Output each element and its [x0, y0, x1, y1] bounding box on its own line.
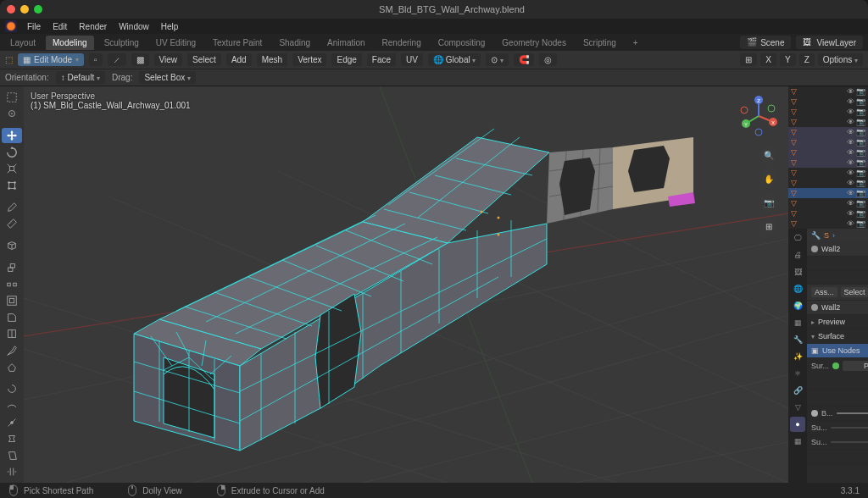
tool-rotate[interactable]: [2, 145, 22, 160]
menu-help[interactable]: Help: [156, 20, 184, 33]
subsurf-value[interactable]: [831, 427, 868, 429]
menu-add[interactable]: Add: [226, 53, 252, 66]
material-slot-empty[interactable]: −: [807, 257, 868, 271]
prop-tab-modifier[interactable]: 🔧: [790, 332, 805, 347]
tab-compositing[interactable]: Compositing: [431, 36, 492, 50]
tool-rip[interactable]: [2, 464, 22, 479]
maximize-window-button[interactable]: [34, 5, 42, 14]
select-button[interactable]: Select: [841, 287, 868, 297]
axis-y[interactable]: Y: [780, 53, 796, 66]
zoom-icon[interactable]: 🔍: [760, 146, 778, 164]
tab-add[interactable]: +: [626, 36, 645, 50]
tool-extrude[interactable]: [2, 260, 22, 275]
prop-tab-output[interactable]: 🖨: [790, 247, 805, 263]
select-edge-icon[interactable]: ⟋: [108, 53, 126, 66]
menu-edge[interactable]: Edge: [331, 53, 361, 66]
tool-scale[interactable]: [2, 162, 22, 177]
assign-button[interactable]: Ass...: [811, 287, 837, 297]
tool-inset[interactable]: [2, 294, 22, 309]
pan-icon[interactable]: ✋: [760, 169, 778, 188]
tab-sculpting[interactable]: Sculpting: [97, 36, 146, 50]
tab-geonodes[interactable]: Geometry Nodes: [495, 36, 573, 50]
tool-bevel[interactable]: [2, 310, 22, 325]
tool-polybuild[interactable]: [2, 360, 22, 375]
tool-measure[interactable]: [2, 217, 22, 232]
tool-spin[interactable]: [2, 382, 22, 397]
prop-tab-scene[interactable]: 🌐: [790, 281, 805, 296]
editor-type-icon[interactable]: ⬚: [5, 55, 13, 64]
orientation-global[interactable]: 🌐 Global ▾: [428, 53, 481, 66]
tool-add-cube[interactable]: [2, 239, 22, 254]
tab-uvediting[interactable]: UV Editing: [149, 36, 203, 50]
proportional-toggle[interactable]: ◎: [539, 53, 557, 66]
pivot-dropdown[interactable]: ⊙ ▾: [486, 53, 509, 66]
prop-tab-constraint[interactable]: 🔗: [790, 383, 805, 398]
surface-panel-header[interactable]: ▾Surface: [807, 329, 868, 344]
prop-tab-view[interactable]: 🖼: [790, 264, 805, 279]
tab-scripting[interactable]: Scripting: [576, 36, 623, 50]
options-dropdown[interactable]: Options ▾: [818, 53, 863, 66]
surface-shader-value[interactable]: Pr...: [843, 361, 868, 371]
tab-modeling[interactable]: Modeling: [46, 36, 94, 50]
tool-smooth[interactable]: [2, 398, 22, 413]
tool-shrink[interactable]: [2, 431, 22, 446]
menu-file[interactable]: File: [22, 20, 46, 33]
menu-view[interactable]: View: [154, 53, 183, 66]
base-color-swatch[interactable]: [837, 412, 868, 414]
tool-cursor[interactable]: [2, 107, 22, 122]
tab-texturepaint[interactable]: Texture Paint: [206, 36, 269, 50]
prop-tab-material[interactable]: ●: [790, 417, 805, 432]
tool-knife[interactable]: [2, 343, 22, 358]
tool-select-box[interactable]: [2, 90, 22, 105]
use-nodes-toggle[interactable]: ▣Use Nodes: [807, 344, 868, 358]
tool-edge-slide[interactable]: [2, 415, 22, 430]
tool-shear[interactable]: [2, 448, 22, 463]
mesh-edit-mode-icon[interactable]: ⊞: [740, 53, 757, 66]
prop-tab-texture[interactable]: ▦: [790, 434, 805, 449]
menu-uv[interactable]: UV: [401, 53, 423, 66]
axis-z[interactable]: Z: [799, 53, 815, 66]
material-slot[interactable]: Wall2 +: [807, 242, 868, 257]
menu-window[interactable]: Window: [114, 20, 154, 33]
preview-panel-header[interactable]: ▸Preview: [807, 315, 868, 329]
tool-extrude-individual[interactable]: [2, 277, 22, 292]
ortho-icon[interactable]: ⊞: [760, 217, 778, 235]
tool-transform[interactable]: [2, 178, 22, 193]
menu-vertex[interactable]: Vertex: [292, 53, 326, 66]
orientation-dropdown[interactable]: ↕ Default ▾: [56, 71, 105, 84]
material-name-field[interactable]: Wall2 ⬚ ✕: [807, 301, 868, 315]
prop-tab-object[interactable]: ▦: [790, 315, 805, 330]
minimize-window-button[interactable]: [20, 5, 29, 14]
scene-dropdown[interactable]: 🎬 Scene: [740, 36, 791, 49]
mode-dropdown[interactable]: ▦ Edit Mode ▾: [18, 53, 84, 66]
menu-face[interactable]: Face: [367, 53, 396, 66]
drag-dropdown[interactable]: Select Box ▾: [139, 71, 196, 84]
menu-select[interactable]: Select: [187, 53, 221, 66]
snap-toggle[interactable]: 🧲: [514, 53, 534, 66]
tab-layout[interactable]: Layout: [3, 36, 42, 50]
camera-small-icon[interactable]: 📷: [856, 87, 865, 96]
viewport-3d[interactable]: User Perspective (1) SM_Bld_Castle_Wall_…: [24, 86, 788, 483]
eye-icon[interactable]: 👁: [847, 87, 854, 96]
prop-tab-world[interactable]: 🌍: [790, 298, 805, 313]
axis-x[interactable]: X: [760, 53, 776, 66]
tool-annotate[interactable]: [2, 200, 22, 215]
menu-render[interactable]: Render: [74, 20, 112, 33]
select-face-icon[interactable]: ▩: [131, 53, 149, 66]
tab-animation[interactable]: Animation: [320, 36, 371, 50]
viewlayer-dropdown[interactable]: 🖼 ViewLayer: [796, 36, 863, 49]
nav-gizmo[interactable]: X Y Z: [737, 95, 780, 137]
prop-tab-mesh[interactable]: ▽: [790, 400, 805, 415]
close-window-button[interactable]: [7, 5, 15, 14]
menu-mesh[interactable]: Mesh: [257, 53, 287, 66]
tool-move[interactable]: [2, 128, 22, 143]
subsurf2-value[interactable]: [831, 441, 868, 443]
tool-loopcut[interactable]: [2, 327, 22, 342]
prop-tab-particle[interactable]: ✨: [790, 349, 805, 364]
camera-icon[interactable]: 📷: [760, 193, 778, 212]
tab-shading[interactable]: Shading: [272, 36, 317, 50]
tab-rendering[interactable]: Rendering: [376, 36, 428, 50]
prop-tab-render[interactable]: 🖵: [790, 230, 805, 246]
select-vert-icon[interactable]: ▫: [89, 53, 103, 66]
menu-edit[interactable]: Edit: [47, 20, 72, 33]
